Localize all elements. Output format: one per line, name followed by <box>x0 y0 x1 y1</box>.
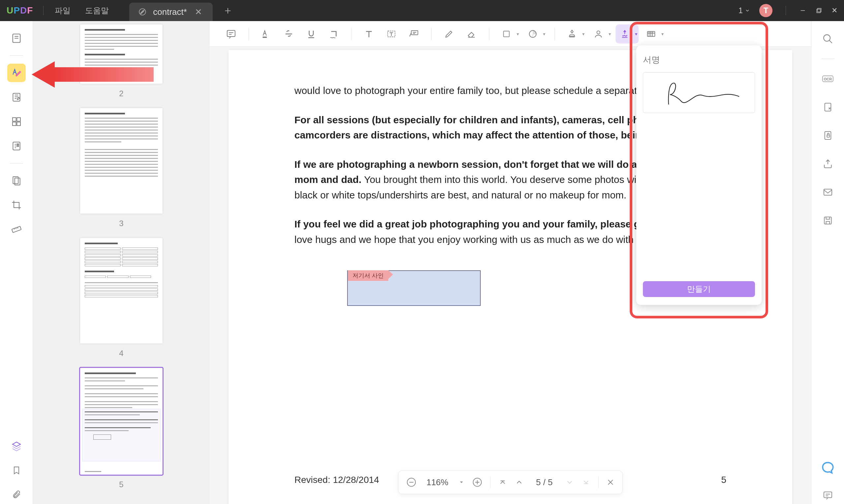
svg-rect-6 <box>17 118 20 121</box>
highlight-tool-button[interactable] <box>257 24 276 43</box>
note-tool-button[interactable] <box>221 24 241 43</box>
menu-file[interactable]: 파일 <box>48 5 78 16</box>
organize-tool-button[interactable] <box>7 112 26 131</box>
pencil-tool-button[interactable] <box>439 24 459 43</box>
next-page-button[interactable] <box>565 478 574 487</box>
zoom-in-button[interactable] <box>472 477 482 487</box>
no-edit-icon <box>138 7 147 17</box>
svg-rect-1 <box>818 8 821 12</box>
callout-tool-button[interactable] <box>404 24 423 43</box>
share-button[interactable] <box>819 155 837 173</box>
svg-rect-11 <box>17 146 18 147</box>
add-tab-button[interactable]: ＋ <box>213 3 243 18</box>
window-minimize-button[interactable] <box>799 7 806 14</box>
thumbnail-number: 5 <box>119 480 123 489</box>
svg-rect-28 <box>825 131 831 140</box>
tab-title: contract* <box>153 7 187 17</box>
thumbnail-panel: 2 3 <box>33 21 210 504</box>
protect-button[interactable] <box>819 127 837 144</box>
document-area: ▾ ▾ ▾ ▾ ▾ ▾ would love to photograph you… <box>210 21 811 504</box>
svg-rect-14 <box>12 226 21 232</box>
app-logo: UPDF <box>0 5 39 16</box>
comments-list-button[interactable] <box>819 487 837 504</box>
svg-rect-29 <box>827 135 829 138</box>
last-page-button[interactable] <box>581 478 590 487</box>
user-avatar[interactable]: T <box>759 4 772 17</box>
ai-assistant-button[interactable] <box>820 460 836 476</box>
sign-here-tag: 저기서 사인 <box>348 270 388 281</box>
svg-point-20 <box>597 31 600 34</box>
shape-tool-button[interactable]: ▾ <box>497 24 520 43</box>
edit-tool-button[interactable] <box>7 88 26 106</box>
underline-tool-button[interactable] <box>302 24 321 43</box>
signature-preview[interactable] <box>643 72 755 113</box>
attachment-button[interactable] <box>7 486 26 504</box>
svg-rect-2 <box>816 9 820 13</box>
chevron-down-icon <box>745 8 750 13</box>
text-tool-button[interactable] <box>359 24 378 43</box>
thumbnail-number: 2 <box>119 89 123 98</box>
svg-rect-31 <box>824 217 831 224</box>
search-button[interactable] <box>819 30 837 48</box>
svg-text:OCR: OCR <box>824 77 832 81</box>
page-indicator[interactable]: 5 / 5 <box>532 477 557 487</box>
reader-tool-button[interactable] <box>7 29 26 48</box>
create-signature-button[interactable]: 만들기 <box>643 281 755 297</box>
svg-rect-30 <box>824 189 832 196</box>
bookmark-button[interactable] <box>7 461 26 480</box>
measure-tool-button[interactable] <box>7 220 26 239</box>
svg-rect-10 <box>17 144 18 145</box>
eraser-tool-button[interactable] <box>462 24 481 43</box>
redact-tool-button[interactable] <box>7 172 26 190</box>
sticker-tool-button[interactable]: ▾ <box>523 24 546 43</box>
right-sidebar: OCR <box>811 21 844 504</box>
signature-tool-button[interactable]: ▾ <box>615 24 639 43</box>
close-footbar-button[interactable] <box>606 478 614 486</box>
comment-tool-button[interactable] <box>7 64 26 82</box>
export-button[interactable] <box>819 98 837 116</box>
thumbnail-number: 4 <box>119 349 123 358</box>
svg-rect-5 <box>13 118 16 121</box>
svg-rect-18 <box>503 31 509 37</box>
page-thumbnail[interactable] <box>80 108 163 214</box>
svg-rect-27 <box>825 103 831 111</box>
tab-close-button[interactable]: ✕ <box>193 7 204 17</box>
document-tab[interactable]: contract* ✕ <box>129 3 213 21</box>
page-thumbnail-current[interactable] <box>80 368 163 475</box>
thumbnail-number: 3 <box>119 219 123 228</box>
crop-tool-button[interactable] <box>7 196 26 214</box>
textbox-tool-button[interactable] <box>382 24 401 43</box>
zoom-level: 116% <box>424 477 451 487</box>
signature-field[interactable]: 저기서 사인 <box>347 270 481 306</box>
window-close-button[interactable]: ✕ <box>831 6 838 15</box>
svg-rect-7 <box>13 122 16 126</box>
svg-rect-8 <box>17 122 20 126</box>
menu-help[interactable]: 도움말 <box>78 5 116 16</box>
window-maximize-button[interactable] <box>816 7 822 14</box>
page-thumbnail[interactable] <box>80 238 163 343</box>
titlebar: UPDF 파일 도움말 contract* ✕ ＋ 1 T ✕ <box>0 0 844 21</box>
zoom-dropdown-button[interactable] <box>459 479 465 485</box>
form-tool-button[interactable] <box>7 137 26 155</box>
ocr-button[interactable]: OCR <box>819 70 837 87</box>
zoom-out-button[interactable] <box>407 477 416 487</box>
svg-rect-17 <box>411 31 418 35</box>
svg-rect-15 <box>227 30 235 37</box>
save-other-button[interactable] <box>819 212 837 229</box>
view-controls: 116% 5 / 5 <box>398 470 623 494</box>
left-sidebar <box>0 21 33 504</box>
squiggly-tool-button[interactable] <box>324 24 343 43</box>
initials-tool-button[interactable]: ▾ <box>589 24 612 43</box>
prev-page-button[interactable] <box>515 478 523 487</box>
layers-button[interactable] <box>7 437 26 455</box>
highlight-arrow <box>32 61 154 88</box>
email-button[interactable] <box>819 184 837 201</box>
window-count[interactable]: 1 <box>738 6 750 15</box>
first-page-button[interactable] <box>499 478 507 487</box>
svg-rect-21 <box>647 31 655 36</box>
strikethrough-tool-button[interactable] <box>279 24 298 43</box>
stamp-tool-button[interactable]: ▾ <box>563 24 586 43</box>
more-tool-button[interactable]: ▾ <box>642 24 665 43</box>
svg-point-24 <box>824 35 830 41</box>
signature-glyph-icon <box>656 76 742 109</box>
